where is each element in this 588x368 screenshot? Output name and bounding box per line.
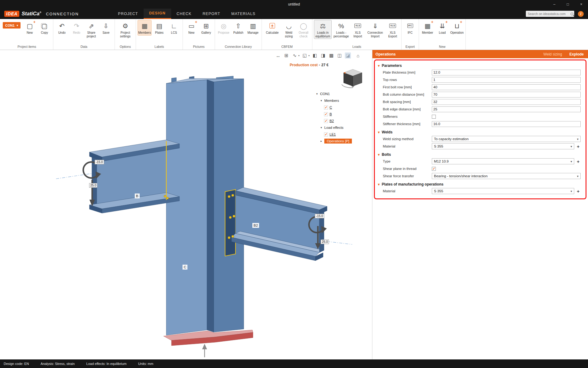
- render-mode-icon[interactable]: ∿: [292, 52, 298, 59]
- gallery-button[interactable]: ⊞ Gallery: [199, 20, 213, 36]
- xls-import-button[interactable]: XLS XLS Import: [351, 20, 365, 39]
- tree-node-members[interactable]: ▾ Members: [320, 97, 371, 104]
- connection-selector[interactable]: CON1▾: [3, 22, 21, 29]
- section-parameters[interactable]: ▾ Parameters: [375, 61, 586, 69]
- view-cube[interactable]: [339, 65, 366, 90]
- section-welds[interactable]: ▾ Welds: [375, 128, 586, 135]
- add-bolt-type-button[interactable]: +: [576, 159, 581, 164]
- minimize-button[interactable]: –: [548, 0, 561, 9]
- member-beam-b[interactable]: [89, 140, 179, 213]
- weld-material-select[interactable]: S 355▾: [432, 143, 574, 149]
- bolt-type-select[interactable]: M12 10.9▾: [432, 158, 574, 164]
- checkbox-checked-icon[interactable]: ✓: [324, 132, 328, 136]
- expander-icon[interactable]: ▾: [320, 99, 323, 102]
- bolt-column-distance-input[interactable]: [432, 92, 581, 98]
- home-view-icon[interactable]: ⌂: [355, 52, 361, 59]
- view-split-icon[interactable]: ◫: [337, 52, 343, 59]
- bolt-edge-distance-input[interactable]: [432, 106, 581, 112]
- bolt-spacing-input[interactable]: [432, 99, 581, 105]
- search-input[interactable]: [528, 12, 569, 16]
- shear-plane-checkbox[interactable]: ✓: [432, 167, 436, 171]
- view-solid-icon[interactable]: ◧: [312, 52, 318, 59]
- expander-icon[interactable]: ▸: [320, 140, 323, 143]
- add-material-button[interactable]: +: [576, 144, 581, 149]
- close-button[interactable]: ×: [575, 0, 588, 9]
- model-viewport[interactable]: ↔ ⊞ ∿ ▾ ◱ ▾ ◧ ◨ ▩ ◫ ◪ ⌂ Production cost-…: [0, 50, 372, 359]
- end-plate[interactable]: [225, 190, 236, 256]
- propose-button[interactable]: ◎ Propose: [217, 20, 231, 36]
- section-bolts[interactable]: ▾ Bolts: [375, 150, 586, 158]
- expander-icon[interactable]: ▾: [320, 126, 323, 129]
- chevron-down-icon[interactable]: ▾: [298, 54, 300, 57]
- operations-badge[interactable]: Operations [P]: [324, 139, 352, 144]
- plate-material-select[interactable]: S 355▾: [432, 188, 574, 194]
- tree-node-operations[interactable]: ▸ Operations [P]: [320, 138, 371, 144]
- expander-icon[interactable]: ▾: [315, 92, 318, 95]
- section-plates[interactable]: ▾ Plates of manufacturing operations: [375, 180, 586, 187]
- tree-node-load-effects[interactable]: ▾ Load effects: [320, 124, 371, 131]
- chevron-down-icon[interactable]: ▾: [308, 54, 310, 57]
- checkbox-checked-icon[interactable]: ✓: [324, 119, 328, 123]
- labels-lcs-toggle[interactable]: ∟ LCS: [167, 20, 181, 36]
- explode-action[interactable]: Explode: [569, 52, 584, 56]
- title-bar: untitled – □ ×: [0, 0, 588, 9]
- save-button[interactable]: ⇩ Save: [99, 20, 113, 36]
- measure-icon[interactable]: ↔: [275, 52, 281, 59]
- search-icon[interactable]: [571, 13, 573, 15]
- labels-plates-toggle[interactable]: ▤ Plates: [152, 20, 166, 36]
- tree-node-label[interactable]: LE1: [330, 132, 336, 136]
- tree-node-label[interactable]: C: [330, 105, 332, 109]
- project-settings-button[interactable]: ⚙ Project settings: [116, 20, 134, 39]
- info-icon[interactable]: i: [578, 11, 584, 17]
- tree-node-member-c[interactable]: ✓ C: [324, 104, 371, 111]
- shear-force-transfer-select[interactable]: Bearing - tension/shear interaction▾: [432, 173, 581, 179]
- tree-node-label[interactable]: B: [330, 112, 332, 116]
- add-plate-material-button[interactable]: +: [576, 189, 581, 194]
- view-front-icon[interactable]: ◨: [320, 52, 326, 59]
- maximize-button[interactable]: □: [561, 0, 575, 9]
- stiffener-thickness-input[interactable]: [432, 121, 581, 127]
- publish-button[interactable]: ⇧ Publish: [231, 20, 245, 36]
- tree-node-member-b2[interactable]: ✓ B2: [324, 117, 371, 124]
- view-sync-icon[interactable]: ◪: [345, 52, 351, 59]
- new-project-item-button[interactable]: ▢+ New: [23, 20, 37, 36]
- first-bolt-row-input[interactable]: [432, 84, 581, 90]
- tab-design[interactable]: DESIGN: [144, 9, 171, 19]
- weld-sizing-action[interactable]: Weld sizing: [543, 52, 562, 56]
- ifc-export-button[interactable]: IFC IFC: [403, 20, 417, 36]
- new-picture-button[interactable]: ▭+ New: [184, 20, 198, 36]
- copy-button[interactable]: ▢ Copy: [37, 20, 51, 36]
- undo-button[interactable]: ↶ Undo: [55, 20, 69, 36]
- share-project-button[interactable]: ⇗ Share project: [84, 20, 98, 39]
- weld-sizing-method-select[interactable]: To capacity estimation▾: [432, 136, 581, 142]
- loads-percentage-toggle[interactable]: % Loads - percentage: [332, 20, 350, 39]
- tab-project[interactable]: PROJECT: [112, 9, 143, 19]
- new-operation-button[interactable]: ⊔+ Operation: [450, 20, 464, 36]
- zoom-fit-icon[interactable]: ⊞: [283, 52, 289, 59]
- manage-button[interactable]: ▥ Manage: [246, 20, 260, 36]
- stiffeners-checkbox[interactable]: [432, 115, 436, 119]
- tree-node-con1[interactable]: ▾ CON1: [315, 90, 371, 97]
- weld-sizing-button[interactable]: ◡ Weld sizing: [282, 20, 296, 39]
- new-member-button[interactable]: ▦+ Member: [420, 20, 435, 36]
- new-load-button[interactable]: ⇊+ Load: [435, 20, 449, 36]
- labels-members-toggle[interactable]: ▦ Members: [138, 20, 152, 36]
- connection-import-button[interactable]: ⇓ Connection Import: [365, 20, 385, 39]
- view-shaded-icon[interactable]: ▩: [328, 52, 334, 59]
- checkbox-checked-icon[interactable]: ✓: [324, 105, 328, 109]
- tab-check[interactable]: CHECK: [171, 9, 197, 19]
- clip-plane-icon[interactable]: ◱: [302, 52, 308, 59]
- xls-export-button[interactable]: XLS XLS Export: [386, 20, 400, 39]
- plate-thickness-input[interactable]: [432, 70, 581, 75]
- tab-materials[interactable]: MATERIALS: [226, 9, 261, 19]
- loads-in-equilibrium-toggle[interactable]: ⚖ Loads in equilibrium: [314, 20, 332, 39]
- overall-check-button[interactable]: ◯ Overall check: [296, 20, 311, 39]
- tree-node-label[interactable]: B2: [330, 119, 334, 123]
- checkbox-checked-icon[interactable]: ✓: [324, 112, 328, 116]
- calculate-button[interactable]: ± Calculate: [263, 20, 281, 36]
- tree-node-member-b[interactable]: ✓ B: [324, 111, 371, 117]
- top-rows-input[interactable]: [432, 77, 581, 83]
- tree-node-le1[interactable]: ✓ LE1: [324, 131, 371, 138]
- tab-report[interactable]: REPORT: [197, 9, 226, 19]
- redo-button[interactable]: ↷ Redo: [70, 20, 84, 36]
